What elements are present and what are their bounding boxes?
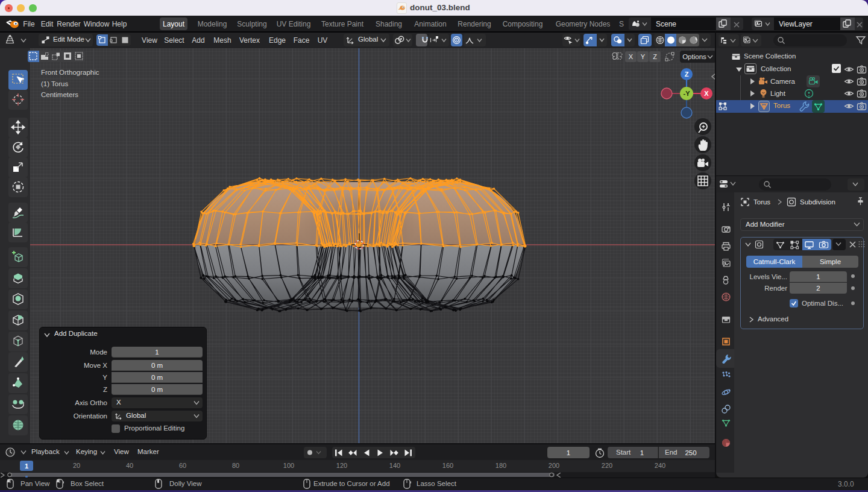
svg-text:X: X (704, 90, 709, 97)
svg-text:Z: Z (685, 71, 689, 78)
svg-text:-Y: -Y (684, 90, 691, 97)
